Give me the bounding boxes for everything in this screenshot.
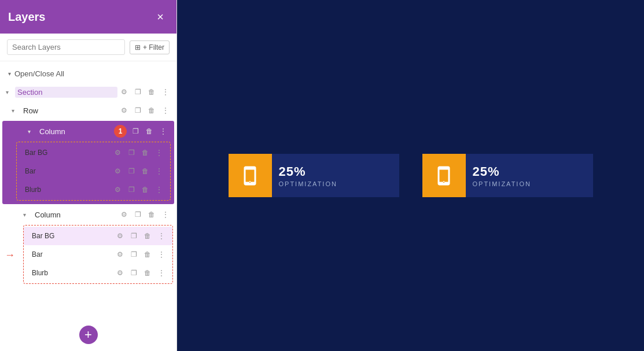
column1-highlighted-row: ▾ Column 1 ❐ 🗑 ⋮ Bar BG ⚙ ❐ 🗑 <box>2 121 174 204</box>
bar-bg-1-actions: ⚙ ❐ 🗑 ⋮ <box>111 146 165 159</box>
layer-column2[interactable]: ▾ Column ⚙ ❐ 🗑 ⋮ <box>0 205 176 224</box>
column2-toggle: ▾ <box>23 212 31 218</box>
row-trash-button[interactable]: 🗑 <box>145 104 158 117</box>
bar-1-more-button[interactable]: ⋮ <box>153 165 165 178</box>
red-arrow-indicator: → <box>5 249 15 261</box>
layer-blurb-1[interactable]: Blurb ⚙ ❐ 🗑 ⋮ <box>17 180 170 199</box>
bar-bg-1-label: Bar BG <box>23 147 111 158</box>
bar-bg-1-copy-button[interactable]: ❐ <box>125 146 138 159</box>
bar-2-more-button[interactable]: ⋮ <box>155 248 168 261</box>
section-toggle: ▾ <box>6 89 14 95</box>
bar-bg-1-trash-button[interactable]: 🗑 <box>139 146 152 159</box>
column1-more-button[interactable]: ⋮ <box>157 125 170 138</box>
column1-actions: ❐ 🗑 ⋮ <box>129 125 170 138</box>
column2-children-wrapper: → Bar BG ⚙ ❐ 🗑 ⋮ Bar ⚙ <box>0 224 176 286</box>
open-close-all[interactable]: ▾ Open/Close All <box>0 67 176 83</box>
blurb-2-label: Blurb <box>30 268 113 278</box>
blurb-2-trash-button[interactable]: 🗑 <box>141 267 154 279</box>
search-row: ⊞ + Filter <box>0 34 176 61</box>
bar-bg-2-more-button[interactable]: ⋮ <box>155 230 168 242</box>
blurb-1-actions: ⚙ ❐ 🗑 ⋮ <box>111 183 165 196</box>
bar-1-trash-button[interactable]: 🗑 <box>139 165 152 178</box>
search-input[interactable] <box>7 39 125 55</box>
section-actions: ⚙ ❐ 🗑 ⋮ <box>117 86 172 98</box>
layer-bar-2[interactable]: Bar ⚙ ❐ 🗑 ⋮ <box>24 245 172 264</box>
sidebar-bottom: + <box>79 326 98 344</box>
row-copy-button[interactable]: ❐ <box>131 104 144 117</box>
blurb-1-more-button[interactable]: ⋮ <box>153 183 165 196</box>
section-trash-button[interactable]: 🗑 <box>145 86 158 98</box>
blurb-1-gear-button[interactable]: ⚙ <box>111 183 124 196</box>
bar-1-copy-button[interactable]: ❐ <box>125 165 138 178</box>
add-layer-button[interactable]: + <box>79 326 98 344</box>
card-1-label: OPTIMIZATION <box>279 180 392 187</box>
bar-1-label: Bar <box>23 166 111 176</box>
filter-button[interactable]: ⊞ + Filter <box>130 40 170 54</box>
card-2-percent: 25% <box>473 164 586 179</box>
card-2: 25% OPTIMIZATION <box>422 154 593 197</box>
panel-title: Layers <box>8 10 46 24</box>
blurb-2-gear-button[interactable]: ⚙ <box>113 267 126 279</box>
column2-gear-button[interactable]: ⚙ <box>117 208 130 221</box>
section-label: Section <box>15 87 117 98</box>
blurb-2-copy-button[interactable]: ❐ <box>127 267 140 279</box>
column2-copy-button[interactable]: ❐ <box>131 208 144 221</box>
bar-1-actions: ⚙ ❐ 🗑 ⋮ <box>111 165 165 178</box>
column1-label: Column <box>37 126 114 137</box>
column2-children-group: Bar BG ⚙ ❐ 🗑 ⋮ Bar ⚙ ❐ 🗑 ⋮ <box>23 225 173 284</box>
column1-toggle: ▾ <box>28 128 36 135</box>
bar-bg-1-more-button[interactable]: ⋮ <box>153 146 165 159</box>
blurb-1-copy-button[interactable]: ❐ <box>125 183 138 196</box>
bar-2-gear-button[interactable]: ⚙ <box>113 248 126 261</box>
column1-children-group: Bar BG ⚙ ❐ 🗑 ⋮ Bar ⚙ ❐ 🗑 ⋮ <box>16 142 171 201</box>
main-canvas: 25% OPTIMIZATION 25% OPTIMIZATION <box>177 0 644 351</box>
blurb-2-more-button[interactable]: ⋮ <box>155 267 168 279</box>
column2-label: Column <box>32 209 117 220</box>
bar-2-copy-button[interactable]: ❐ <box>127 248 140 261</box>
bar-bg-2-label: Bar BG <box>30 231 113 241</box>
layers-header: Layers × <box>0 0 176 34</box>
filter-icon: ⊞ <box>135 43 141 51</box>
blurb-1-label: Blurb <box>23 184 111 195</box>
bar-bg-2-gear-button[interactable]: ⚙ <box>113 230 126 242</box>
layer-bar-1[interactable]: Bar ⚙ ❐ 🗑 ⋮ <box>17 162 170 180</box>
column1-copy-button[interactable]: ❐ <box>129 125 142 138</box>
phone-icon-1 <box>240 165 260 186</box>
blurb-1-trash-button[interactable]: 🗑 <box>139 183 152 196</box>
column2-trash-button[interactable]: 🗑 <box>145 208 158 221</box>
layer-blurb-2[interactable]: Blurb ⚙ ❐ 🗑 ⋮ <box>24 264 172 282</box>
bar-2-trash-button[interactable]: 🗑 <box>141 248 154 261</box>
column2-actions: ⚙ ❐ 🗑 ⋮ <box>117 208 172 221</box>
open-close-arrow: ▾ <box>8 71 11 77</box>
section-gear-button[interactable]: ⚙ <box>117 86 130 98</box>
close-button[interactable]: × <box>152 8 168 26</box>
row-more-button[interactable]: ⋮ <box>159 104 172 117</box>
card-1: 25% OPTIMIZATION <box>229 154 399 197</box>
bar-2-actions: ⚙ ❐ 🗑 ⋮ <box>113 248 168 261</box>
section-copy-button[interactable]: ❐ <box>131 86 144 98</box>
layer-row[interactable]: ▾ Row ⚙ ❐ 🗑 ⋮ <box>0 101 176 120</box>
layer-bar-bg-2[interactable]: Bar BG ⚙ ❐ 🗑 ⋮ <box>24 227 172 245</box>
bar-bg-2-trash-button[interactable]: 🗑 <box>141 230 154 242</box>
bar-2-label: Bar <box>30 249 113 260</box>
bar-bg-2-copy-button[interactable]: ❐ <box>127 230 140 242</box>
card-2-label: OPTIMIZATION <box>473 180 586 187</box>
column2-more-button[interactable]: ⋮ <box>159 208 172 221</box>
phone-icon-2 <box>433 165 454 186</box>
card-2-icon-box <box>422 154 466 197</box>
bar-1-gear-button[interactable]: ⚙ <box>111 165 124 178</box>
section-more-button[interactable]: ⋮ <box>159 86 172 98</box>
column1-badge: 1 <box>114 125 127 138</box>
card-2-content: 25% OPTIMIZATION <box>466 154 593 197</box>
layer-column1[interactable]: ▾ Column 1 ❐ 🗑 ⋮ <box>2 122 174 141</box>
layer-bar-bg-1[interactable]: Bar BG ⚙ ❐ 🗑 ⋮ <box>17 143 170 162</box>
card-1-icon-box <box>229 154 272 197</box>
bar-bg-1-gear-button[interactable]: ⚙ <box>111 146 124 159</box>
column1-trash-button[interactable]: 🗑 <box>143 125 156 138</box>
row-toggle: ▾ <box>12 108 20 114</box>
blurb-2-actions: ⚙ ❐ 🗑 ⋮ <box>113 267 168 279</box>
row-gear-button[interactable]: ⚙ <box>117 104 130 117</box>
layers-panel: Layers × ⊞ + Filter ▾ Open/Close All ▾ S… <box>0 0 177 351</box>
bar-bg-2-actions: ⚙ ❐ 🗑 ⋮ <box>113 230 168 242</box>
layer-section[interactable]: ▾ Section ⚙ ❐ 🗑 ⋮ <box>0 83 176 101</box>
